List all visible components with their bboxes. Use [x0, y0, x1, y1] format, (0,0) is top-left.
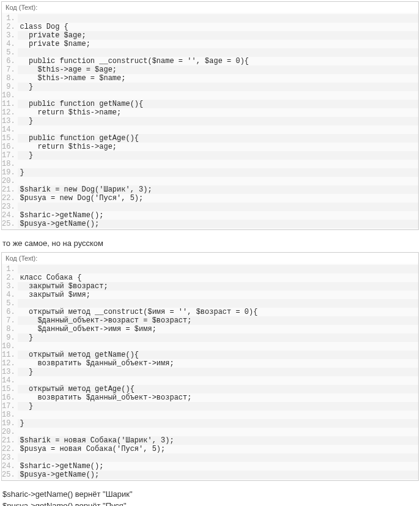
line-number: 5. [2, 299, 18, 308]
code-line: закрытый $имя; [18, 291, 418, 299]
code-block-1: Код (Text): 1.2.3.4.5.6.7.8.9.10.11.12.1… [1, 1, 419, 230]
line-number: 4. [2, 291, 18, 299]
line-number: 13. [2, 368, 18, 376]
line-number: 25. [2, 220, 18, 228]
code-line: $sharic->getName(); [18, 462, 418, 471]
code-line [18, 265, 418, 273]
line-number: 25. [2, 471, 18, 479]
line-number: 23. [2, 453, 18, 462]
line-number: 18. [2, 411, 18, 419]
line-numbers: 1.2.3.4.5.6.7.8.9.10.11.12.13.14.15.16.1… [2, 13, 18, 229]
line-number: 17. [2, 151, 18, 160]
line-number: 3. [2, 282, 18, 291]
line-numbers: 1.2.3.4.5.6.7.8.9.10.11.12.13.14.15.16.1… [2, 264, 18, 480]
line-number: 10. [2, 342, 18, 351]
line-number: 19. [2, 419, 18, 428]
code-line: $this->age = $age; [18, 65, 418, 74]
code-line: закрытый $возраст; [18, 282, 418, 291]
code-line [18, 428, 418, 436]
code-line [18, 177, 418, 185]
code-line: $данный_объект->имя = $имя; [18, 325, 418, 333]
code-header: Код (Text): [2, 2, 418, 13]
code-line: $sharik = новая Собака('Шарик', 3); [18, 436, 418, 445]
line-number: 1. [2, 14, 18, 23]
code-line: $sharic->getName(); [18, 211, 418, 220]
text-line: $pusya->getName() вернёт "Пуся" [2, 501, 127, 506]
code-line: class Dog { [18, 23, 418, 31]
paragraph-returns: $sharic->getName() вернёт "Шарик" $pusya… [0, 487, 420, 507]
line-number: 14. [2, 376, 18, 385]
code-line: $this->name = $name; [18, 74, 418, 83]
line-number: 12. [2, 108, 18, 117]
line-number: 7. [2, 316, 18, 325]
code-line [18, 125, 418, 134]
code-body: 1.2.3.4.5.6.7.8.9.10.11.12.13.14.15.16.1… [2, 264, 418, 480]
code-line [18, 48, 418, 57]
line-number: 5. [2, 48, 18, 57]
code-block-2: Код (Text): 1.2.3.4.5.6.7.8.9.10.11.12.1… [1, 252, 419, 481]
code-line: private $name; [18, 40, 418, 48]
code-line: класс Собака { [18, 273, 418, 282]
line-number: 15. [2, 134, 18, 143]
line-number: 20. [2, 428, 18, 436]
text-line: $sharic->getName() вернёт "Шарик" [2, 489, 133, 499]
line-number: 18. [2, 160, 18, 168]
line-number: 24. [2, 211, 18, 220]
code-lines: class Dog { private $age; private $name;… [18, 13, 418, 229]
code-line [18, 342, 418, 351]
line-number: 1. [2, 265, 18, 273]
code-line: возвратить $данный_объект->имя; [18, 359, 418, 368]
line-number: 9. [2, 83, 18, 91]
code-line [18, 14, 418, 23]
code-line: } [18, 117, 418, 125]
code-line [18, 376, 418, 385]
code-line: открытый метод getName(){ [18, 351, 418, 359]
code-line [18, 203, 418, 211]
line-number: 13. [2, 117, 18, 125]
code-line: открытый метод getAge(){ [18, 385, 418, 393]
code-line: $pusya = новая Собака('Пуся', 5); [18, 445, 418, 453]
code-line: } [18, 333, 418, 342]
code-line: $pusya->getName(); [18, 220, 418, 228]
line-number: 4. [2, 40, 18, 48]
line-number: 20. [2, 177, 18, 185]
line-number: 24. [2, 462, 18, 471]
code-line: } [18, 368, 418, 376]
code-header: Код (Text): [2, 253, 418, 264]
line-number: 22. [2, 194, 18, 203]
line-number: 12. [2, 359, 18, 368]
line-number: 9. [2, 333, 18, 342]
code-line: } [18, 419, 418, 428]
code-line: открытый метод __construct($имя = '', $в… [18, 308, 418, 316]
line-number: 16. [2, 143, 18, 151]
line-number: 8. [2, 74, 18, 83]
code-body: 1.2.3.4.5.6.7.8.9.10.11.12.13.14.15.16.1… [2, 13, 418, 229]
code-line [18, 411, 418, 419]
code-line: return $this->name; [18, 108, 418, 117]
line-number: 15. [2, 385, 18, 393]
line-number: 2. [2, 273, 18, 282]
code-line: return $this->age; [18, 143, 418, 151]
code-line [18, 299, 418, 308]
line-number: 23. [2, 203, 18, 211]
line-number: 14. [2, 125, 18, 134]
line-number: 6. [2, 308, 18, 316]
code-lines: класс Собака { закрытый $возраст; закрыт… [18, 264, 418, 480]
code-line: } [18, 151, 418, 160]
code-line: $данный_объект->возраст = $возраст; [18, 316, 418, 325]
code-line: } [18, 83, 418, 91]
code-line [18, 160, 418, 168]
line-number: 7. [2, 65, 18, 74]
code-line [18, 453, 418, 462]
line-number: 16. [2, 393, 18, 402]
code-line: $pusya->getName(); [18, 471, 418, 479]
code-line: public function getName(){ [18, 100, 418, 108]
paragraph-same-russian: то же самое, но на русском [0, 236, 420, 251]
code-line [18, 91, 418, 100]
line-number: 21. [2, 185, 18, 194]
line-number: 3. [2, 31, 18, 40]
line-number: 11. [2, 351, 18, 359]
code-line: $pusya = new Dog('Пуся', 5); [18, 194, 418, 203]
line-number: 8. [2, 325, 18, 333]
code-line: public function __construct($name = '', … [18, 57, 418, 65]
